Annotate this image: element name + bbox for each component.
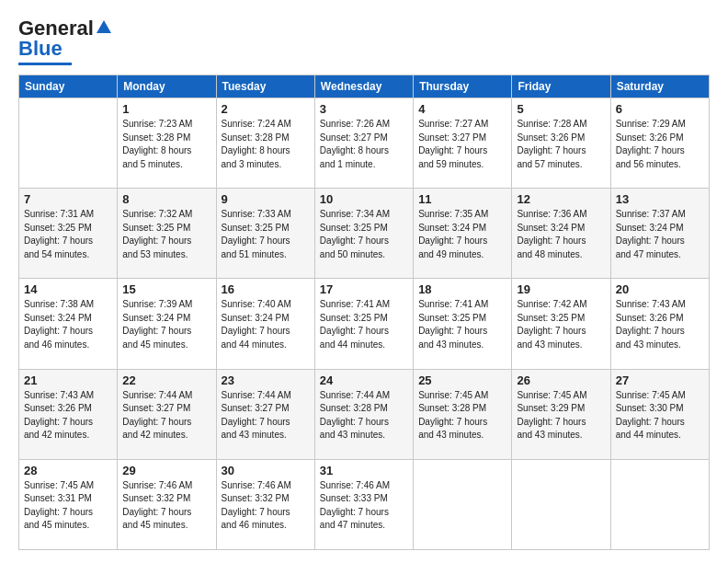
- day-cell: 7Sunrise: 7:31 AMSunset: 3:25 PMDaylight…: [19, 189, 118, 279]
- day-cell: 1Sunrise: 7:23 AMSunset: 3:28 PMDaylight…: [118, 98, 216, 189]
- day-cell: 23Sunrise: 7:44 AMSunset: 3:27 PMDayligh…: [216, 369, 314, 459]
- day-cell: 2Sunrise: 7:24 AMSunset: 3:28 PMDaylight…: [216, 98, 314, 189]
- day-number: 8: [122, 192, 210, 206]
- day-info: Sunrise: 7:32 AMSunset: 3:25 PMDaylight:…: [122, 208, 210, 261]
- day-number: 23: [222, 373, 310, 387]
- day-number: 16: [222, 282, 310, 296]
- week-row-5: 28Sunrise: 7:45 AMSunset: 3:31 PMDayligh…: [19, 459, 710, 549]
- logo-underline: [18, 63, 72, 65]
- day-cell: [19, 98, 118, 189]
- weekday-header-sunday: Sunday: [19, 75, 118, 98]
- day-cell: 26Sunrise: 7:45 AMSunset: 3:29 PMDayligh…: [512, 369, 610, 459]
- day-number: 19: [517, 282, 605, 296]
- day-cell: 16Sunrise: 7:40 AMSunset: 3:24 PMDayligh…: [216, 279, 314, 369]
- day-cell: 25Sunrise: 7:45 AMSunset: 3:28 PMDayligh…: [414, 369, 512, 459]
- day-info: Sunrise: 7:37 AMSunset: 3:24 PMDaylight:…: [616, 208, 704, 261]
- day-info: Sunrise: 7:38 AMSunset: 3:24 PMDaylight:…: [24, 298, 112, 351]
- day-cell: 19Sunrise: 7:42 AMSunset: 3:25 PMDayligh…: [512, 279, 610, 369]
- day-cell: 15Sunrise: 7:39 AMSunset: 3:24 PMDayligh…: [118, 279, 216, 369]
- day-info: Sunrise: 7:43 AMSunset: 3:26 PMDaylight:…: [24, 389, 112, 442]
- day-number: 21: [24, 373, 112, 387]
- day-info: Sunrise: 7:44 AMSunset: 3:27 PMDaylight:…: [122, 389, 210, 442]
- day-number: 3: [320, 102, 408, 116]
- week-row-2: 7Sunrise: 7:31 AMSunset: 3:25 PMDaylight…: [19, 189, 710, 279]
- day-number: 28: [24, 464, 112, 477]
- day-number: 27: [616, 373, 704, 387]
- day-info: Sunrise: 7:35 AMSunset: 3:24 PMDaylight:…: [418, 208, 506, 261]
- day-cell: [610, 459, 709, 549]
- week-row-3: 14Sunrise: 7:38 AMSunset: 3:24 PMDayligh…: [19, 279, 710, 369]
- logo: General Blue: [18, 17, 112, 65]
- day-info: Sunrise: 7:45 AMSunset: 3:28 PMDaylight:…: [418, 389, 506, 442]
- day-cell: 8Sunrise: 7:32 AMSunset: 3:25 PMDaylight…: [118, 189, 216, 279]
- day-number: 24: [320, 373, 408, 387]
- day-cell: 14Sunrise: 7:38 AMSunset: 3:24 PMDayligh…: [19, 279, 118, 369]
- day-cell: 29Sunrise: 7:46 AMSunset: 3:32 PMDayligh…: [118, 459, 216, 549]
- day-number: 17: [320, 282, 408, 296]
- day-cell: 30Sunrise: 7:46 AMSunset: 3:32 PMDayligh…: [216, 459, 314, 549]
- day-info: Sunrise: 7:41 AMSunset: 3:25 PMDaylight:…: [320, 298, 408, 351]
- day-cell: 13Sunrise: 7:37 AMSunset: 3:24 PMDayligh…: [610, 189, 709, 279]
- calendar-header-row: SundayMondayTuesdayWednesdayThursdayFrid…: [19, 75, 710, 98]
- day-cell: 28Sunrise: 7:45 AMSunset: 3:31 PMDayligh…: [19, 459, 118, 549]
- day-cell: [414, 459, 512, 549]
- day-number: 5: [517, 102, 605, 116]
- day-cell: 27Sunrise: 7:45 AMSunset: 3:30 PMDayligh…: [610, 369, 709, 459]
- day-info: Sunrise: 7:43 AMSunset: 3:26 PMDaylight:…: [616, 298, 704, 351]
- weekday-header-friday: Friday: [512, 75, 610, 98]
- weekday-header-tuesday: Tuesday: [216, 75, 314, 98]
- day-info: Sunrise: 7:28 AMSunset: 3:26 PMDaylight:…: [517, 118, 605, 171]
- day-info: Sunrise: 7:34 AMSunset: 3:25 PMDaylight:…: [320, 208, 408, 261]
- day-number: 11: [418, 192, 506, 206]
- weekday-header-saturday: Saturday: [610, 75, 709, 98]
- day-number: 10: [320, 192, 408, 206]
- weekday-header-monday: Monday: [118, 75, 216, 98]
- day-info: Sunrise: 7:40 AMSunset: 3:24 PMDaylight:…: [222, 298, 310, 351]
- weekday-header-thursday: Thursday: [414, 75, 512, 98]
- week-row-4: 21Sunrise: 7:43 AMSunset: 3:26 PMDayligh…: [19, 369, 710, 459]
- day-number: 1: [122, 102, 210, 116]
- header: General Blue: [18, 17, 710, 65]
- day-number: 26: [517, 373, 605, 387]
- calendar-table: SundayMondayTuesdayWednesdayThursdayFrid…: [18, 75, 710, 550]
- day-cell: 21Sunrise: 7:43 AMSunset: 3:26 PMDayligh…: [19, 369, 118, 459]
- day-info: Sunrise: 7:44 AMSunset: 3:27 PMDaylight:…: [222, 389, 310, 442]
- day-cell: 9Sunrise: 7:33 AMSunset: 3:25 PMDaylight…: [216, 189, 314, 279]
- day-number: 9: [222, 192, 310, 206]
- day-cell: [512, 459, 610, 549]
- day-info: Sunrise: 7:42 AMSunset: 3:25 PMDaylight:…: [517, 298, 605, 351]
- day-info: Sunrise: 7:46 AMSunset: 3:32 PMDaylight:…: [222, 479, 310, 533]
- day-info: Sunrise: 7:23 AMSunset: 3:28 PMDaylight:…: [122, 118, 210, 171]
- day-number: 25: [418, 373, 506, 387]
- day-cell: 22Sunrise: 7:44 AMSunset: 3:27 PMDayligh…: [118, 369, 216, 459]
- day-cell: 31Sunrise: 7:46 AMSunset: 3:33 PMDayligh…: [314, 459, 413, 549]
- day-info: Sunrise: 7:27 AMSunset: 3:27 PMDaylight:…: [418, 118, 506, 171]
- day-number: 6: [616, 102, 704, 116]
- day-number: 13: [616, 192, 704, 206]
- day-number: 29: [122, 464, 210, 477]
- day-number: 18: [418, 282, 506, 296]
- day-info: Sunrise: 7:33 AMSunset: 3:25 PMDaylight:…: [222, 208, 310, 261]
- day-info: Sunrise: 7:45 AMSunset: 3:30 PMDaylight:…: [616, 389, 704, 442]
- day-number: 4: [418, 102, 506, 116]
- day-info: Sunrise: 7:41 AMSunset: 3:25 PMDaylight:…: [418, 298, 506, 351]
- day-cell: 5Sunrise: 7:28 AMSunset: 3:26 PMDaylight…: [512, 98, 610, 189]
- day-cell: 3Sunrise: 7:26 AMSunset: 3:27 PMDaylight…: [314, 98, 413, 189]
- weekday-header-wednesday: Wednesday: [314, 75, 413, 98]
- day-info: Sunrise: 7:46 AMSunset: 3:33 PMDaylight:…: [320, 479, 408, 533]
- day-cell: 4Sunrise: 7:27 AMSunset: 3:27 PMDaylight…: [414, 98, 512, 189]
- day-cell: 6Sunrise: 7:29 AMSunset: 3:26 PMDaylight…: [610, 98, 709, 189]
- day-cell: 12Sunrise: 7:36 AMSunset: 3:24 PMDayligh…: [512, 189, 610, 279]
- logo-blue-text: Blue: [18, 37, 63, 61]
- day-cell: 10Sunrise: 7:34 AMSunset: 3:25 PMDayligh…: [314, 189, 413, 279]
- day-info: Sunrise: 7:45 AMSunset: 3:31 PMDaylight:…: [24, 479, 112, 533]
- day-cell: 11Sunrise: 7:35 AMSunset: 3:24 PMDayligh…: [414, 189, 512, 279]
- day-info: Sunrise: 7:39 AMSunset: 3:24 PMDaylight:…: [122, 298, 210, 351]
- day-number: 14: [24, 282, 112, 296]
- day-info: Sunrise: 7:24 AMSunset: 3:28 PMDaylight:…: [222, 118, 310, 171]
- day-number: 31: [320, 464, 408, 477]
- day-cell: 17Sunrise: 7:41 AMSunset: 3:25 PMDayligh…: [314, 279, 413, 369]
- day-cell: 18Sunrise: 7:41 AMSunset: 3:25 PMDayligh…: [414, 279, 512, 369]
- day-number: 15: [122, 282, 210, 296]
- day-info: Sunrise: 7:26 AMSunset: 3:27 PMDaylight:…: [320, 118, 408, 171]
